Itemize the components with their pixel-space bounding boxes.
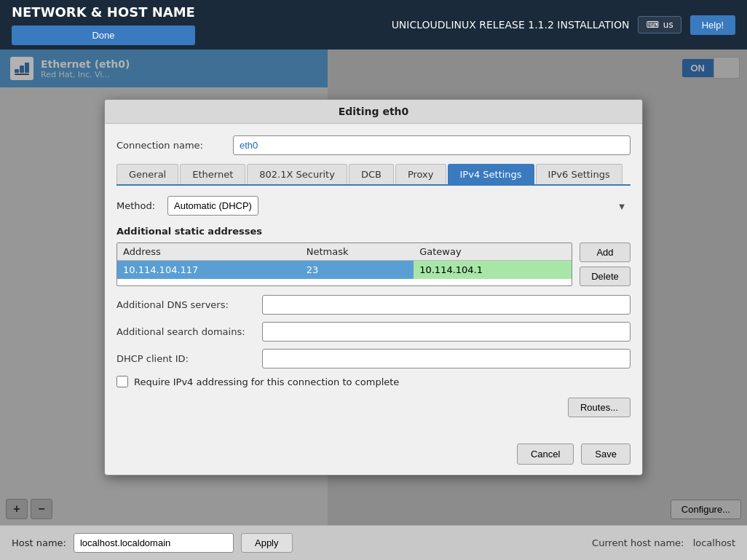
dhcp-id-row: DHCP client ID:	[116, 349, 631, 368]
current-host-label: Current host name:	[592, 537, 684, 548]
top-bar-right: UNICLOUDLINUX RELEASE 1.1.2 INSTALLATION…	[392, 15, 735, 35]
search-domains-input[interactable]	[262, 322, 631, 342]
tab-proxy[interactable]: Proxy	[395, 164, 446, 184]
main-area: Ethernet (eth0) Red Hat, Inc. Vi... + − …	[0, 50, 747, 525]
bottom-bar: Host name: Apply Current host name: loca…	[0, 525, 747, 560]
cancel-button[interactable]: Cancel	[517, 443, 574, 465]
current-host-area: Current host name: localhost	[592, 537, 735, 548]
cell-netmask: 23	[301, 261, 414, 280]
apply-button[interactable]: Apply	[241, 533, 293, 553]
require-ipv4-row: Require IPv4 addressing for this connect…	[116, 376, 631, 387]
method-select[interactable]: Automatic (DHCP) Manual Link-Local Share…	[167, 196, 258, 216]
connection-name-input[interactable]	[233, 135, 631, 155]
dhcp-id-label: DHCP client ID:	[116, 353, 262, 364]
col-address: Address	[117, 243, 301, 261]
tab-8021x-security[interactable]: 802.1X Security	[247, 164, 347, 184]
section-title: Additional static addresses	[116, 226, 631, 237]
tab-ethernet[interactable]: Ethernet	[180, 164, 245, 184]
method-select-wrapper: Automatic (DHCP) Manual Link-Local Share…	[167, 196, 631, 216]
method-row: Method: Automatic (DHCP) Manual Link-Loc…	[116, 196, 631, 216]
host-name-label: Host name:	[12, 537, 66, 548]
addresses-section: Address Netmask Gateway 10.114.104.117 2…	[116, 242, 631, 286]
addresses-table-wrap: Address Netmask Gateway 10.114.104.117 2…	[116, 242, 572, 286]
edit-dialog: Editing eth0 Connection name: General Et…	[104, 99, 643, 476]
tab-ipv6-settings[interactable]: IPv6 Settings	[536, 164, 622, 184]
col-netmask: Netmask	[301, 243, 414, 261]
save-button[interactable]: Save	[581, 443, 631, 465]
select-arrow-icon: ▼	[619, 202, 625, 210]
modal-overlay: Editing eth0 Connection name: General Et…	[0, 50, 747, 525]
col-gateway: Gateway	[414, 243, 572, 261]
search-domains-row: Additional search domains:	[116, 322, 631, 342]
tab-ipv4-settings[interactable]: IPv4 Settings	[448, 164, 534, 184]
modal-footer: Cancel Save	[105, 436, 642, 475]
cell-address: 10.114.104.117	[117, 261, 301, 280]
dns-row: Additional DNS servers:	[116, 295, 631, 315]
language-button[interactable]: ⌨ us	[638, 16, 681, 33]
require-ipv4-checkbox[interactable]	[116, 376, 128, 387]
tab-bar: General Ethernet 802.1X Security DCB Pro…	[116, 164, 631, 186]
modal-title: Editing eth0	[105, 100, 642, 124]
tab-dcb[interactable]: DCB	[349, 164, 394, 184]
current-host-value: localhost	[693, 537, 735, 548]
add-address-button[interactable]: Add	[580, 242, 631, 262]
dns-input[interactable]	[262, 295, 631, 315]
top-bar: NETWORK & HOST NAME Done UNICLOUDLINUX R…	[0, 0, 747, 50]
dns-label: Additional DNS servers:	[116, 299, 262, 310]
require-ipv4-label[interactable]: Require IPv4 addressing for this connect…	[134, 376, 399, 387]
tab-general[interactable]: General	[116, 164, 178, 184]
routes-row: Routes...	[116, 398, 631, 417]
routes-button[interactable]: Routes...	[568, 398, 631, 417]
installation-title: UNICLOUDLINUX RELEASE 1.1.2 INSTALLATION	[392, 19, 630, 31]
method-label: Method:	[116, 200, 167, 211]
search-domains-label: Additional search domains:	[116, 326, 262, 337]
done-button[interactable]: Done	[12, 25, 195, 45]
delete-address-button[interactable]: Delete	[580, 267, 631, 286]
dhcp-id-input[interactable]	[262, 349, 631, 368]
host-name-input[interactable]	[74, 533, 234, 553]
keyboard-icon: ⌨	[646, 20, 658, 30]
modal-body: Connection name: General Ethernet 802.1X…	[105, 124, 642, 436]
lang-label: us	[663, 20, 673, 30]
addresses-table: Address Netmask Gateway 10.114.104.117 2…	[117, 243, 572, 279]
table-row[interactable]: 10.114.104.117 23 10.114.104.1	[117, 261, 572, 280]
app-title: NETWORK & HOST NAME	[12, 4, 195, 20]
connection-name-label: Connection name:	[116, 140, 233, 151]
connection-name-row: Connection name:	[116, 135, 631, 155]
help-button[interactable]: Help!	[690, 15, 735, 35]
cell-gateway: 10.114.104.1	[414, 261, 572, 280]
address-buttons: Add Delete	[580, 242, 631, 286]
